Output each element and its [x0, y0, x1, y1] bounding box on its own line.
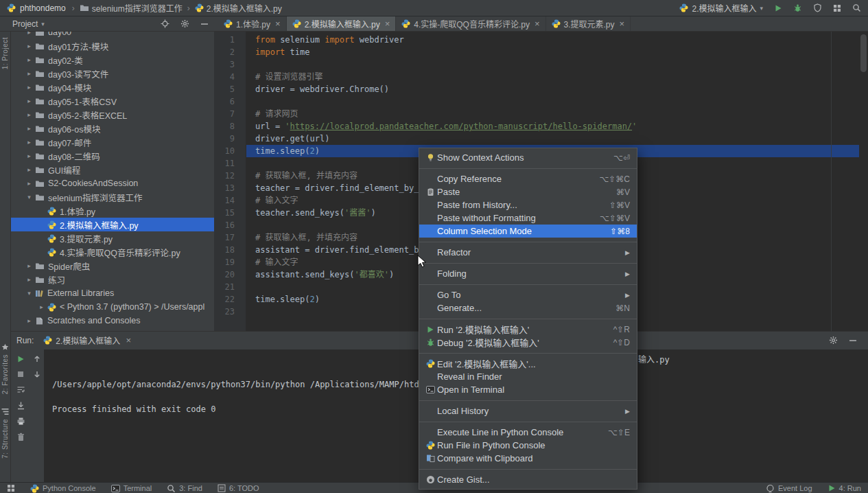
coverage-button[interactable] — [813, 3, 822, 12]
chevron-right-icon[interactable]: ▸ — [25, 56, 34, 63]
code-line[interactable]: driver.get(url) — [246, 133, 859, 145]
chevron-right-icon[interactable]: ▸ — [25, 98, 34, 104]
chevron-right-icon[interactable]: ▸ — [25, 43, 34, 49]
tab-close-icon[interactable]: × — [620, 19, 625, 28]
editor-tab[interactable]: 1.体验.py× — [218, 16, 287, 31]
gutter-line[interactable]: 13 — [214, 182, 246, 194]
tree-item[interactable]: ▸S2-CookiesAndSession — [11, 176, 214, 190]
editor-tab[interactable]: 4.实操-爬取QQ音乐精彩评论.py× — [396, 16, 546, 31]
tree-item[interactable]: ▸练习 — [11, 273, 214, 286]
gutter-line[interactable]: 22 — [214, 293, 246, 306]
gutter-line[interactable]: 12 — [214, 170, 246, 182]
menu-item[interactable]: Go To▶ — [419, 288, 637, 301]
hide-panel-button[interactable] — [200, 20, 209, 28]
tree-item[interactable]: 1.体验.py — [11, 204, 214, 218]
menu-item[interactable]: Column Selection Mode⇧⌘8 — [419, 225, 637, 238]
tree-item[interactable]: ▸Spider爬虫 — [11, 259, 214, 273]
gutter-line[interactable]: 23 — [214, 306, 246, 318]
tree-item[interactable]: ▸day00 — [11, 32, 214, 39]
editor-scrollbar[interactable] — [860, 34, 867, 72]
menu-item[interactable]: Create Gist... — [419, 473, 637, 486]
tab-close-icon[interactable]: × — [385, 19, 390, 28]
tool-windows-button[interactable] — [833, 4, 841, 12]
settings-button[interactable] — [180, 19, 189, 28]
menu-item[interactable]: Execute Line in Python Console⌥⇧E — [419, 426, 637, 439]
search-everywhere-button[interactable] — [852, 3, 861, 12]
clear-console-button[interactable] — [16, 433, 25, 442]
chevron-right-icon[interactable]: ▸ — [25, 125, 34, 132]
close-icon[interactable]: × — [126, 335, 131, 345]
stop-button[interactable] — [16, 370, 25, 378]
scroll-to-end-button[interactable] — [16, 401, 25, 410]
menu-item[interactable]: Refactor▶ — [419, 246, 637, 259]
find-toolwindow-button[interactable]: 3: Find — [167, 484, 202, 493]
code-line[interactable]: # 设置浏览器引擎 — [246, 71, 859, 83]
gutter-line[interactable]: 20 — [214, 268, 246, 281]
tree-item[interactable]: 3.提取元素.py — [11, 231, 214, 245]
locate-file-button[interactable] — [161, 19, 169, 28]
menu-item[interactable]: Copy Reference⌥⇧⌘C — [419, 172, 637, 185]
tab-close-icon[interactable]: × — [535, 19, 540, 28]
chevron-down-icon[interactable]: ▾ — [25, 290, 34, 297]
run-toolwindow-button[interactable]: 4: Run — [828, 484, 861, 492]
tool-window-switcher-button[interactable] — [7, 484, 15, 492]
debug-button[interactable] — [793, 3, 802, 12]
tree-item[interactable]: ▾selenium指挥浏览器工作 — [11, 190, 214, 204]
menu-item[interactable]: Paste⌘V — [419, 185, 637, 198]
editor-tab[interactable]: 3.提取元素.py× — [546, 16, 631, 31]
gutter-line[interactable]: 2 — [214, 46, 246, 58]
code-line[interactable]: import time — [246, 46, 859, 58]
toolwindow-stripe-button[interactable]: 7: Structure — [1, 408, 9, 459]
menu-item[interactable]: Edit '2.模拟输入框输入'... — [419, 357, 637, 370]
editor-tab[interactable]: 2.模拟输入框输入.py× — [287, 16, 397, 31]
gutter-line[interactable]: 10 — [214, 145, 246, 157]
run-config-selector[interactable]: 2.模拟输入框输入 ▾ — [679, 2, 763, 14]
gutter-line[interactable]: 18 — [214, 244, 246, 256]
chevron-right-icon[interactable]: ▸ — [25, 262, 34, 269]
chevron-right-icon[interactable]: ▸ — [25, 84, 34, 91]
menu-item[interactable]: Show Context Actions⌥⏎ — [419, 151, 637, 164]
chevron-right-icon[interactable]: ▸ — [25, 317, 34, 324]
gutter-line[interactable]: 5 — [214, 83, 246, 95]
project-dropdown[interactable]: Project — [12, 19, 38, 29]
menu-item[interactable]: Compare with Clipboard — [419, 452, 637, 465]
chevron-right-icon[interactable]: ▸ — [25, 32, 34, 36]
code-line[interactable]: driver = webdriver.Chrome() — [246, 83, 859, 95]
gutter-line[interactable]: 16 — [214, 219, 246, 231]
chevron-right-icon[interactable]: ▸ — [25, 152, 34, 159]
tree-item[interactable]: ▸day06-os模块 — [11, 122, 214, 135]
chevron-right-icon[interactable]: ▸ — [25, 166, 34, 173]
console-settings-button[interactable] — [829, 336, 838, 345]
gutter-line[interactable]: 19 — [214, 256, 246, 268]
breadcrumb-item[interactable]: 2.模拟输入框输入.py — [195, 2, 282, 14]
gutter-line[interactable]: 4 — [214, 71, 246, 83]
gutter-line[interactable]: 9 — [214, 133, 246, 145]
tree-item[interactable]: ▾External Libraries — [11, 286, 214, 300]
tree-item[interactable]: ▸day01方法-模块 — [11, 39, 214, 53]
gutter-line[interactable]: 6 — [214, 95, 246, 108]
gutter-line[interactable]: 7 — [214, 108, 246, 120]
menu-item[interactable]: Paste without Formatting⌥⇧⌘V — [419, 211, 637, 225]
chevron-down-icon[interactable]: ▾ — [25, 194, 34, 200]
code-line[interactable] — [246, 58, 859, 71]
tree-item[interactable]: ▸day04-模块 — [11, 80, 214, 94]
breadcrumb-item[interactable]: selenium指挥浏览器工作 — [80, 2, 183, 14]
chevron-right-icon[interactable]: ▸ — [25, 276, 34, 283]
run-config-tab[interactable]: 2.模拟输入框输入 × — [39, 332, 135, 349]
tree-item[interactable]: ▸day02-类 — [11, 53, 214, 67]
rerun-button[interactable] — [16, 355, 25, 363]
menu-item[interactable]: Folding▶ — [419, 267, 637, 280]
chevron-right-icon[interactable]: ▸ — [25, 139, 34, 146]
gutter-line[interactable]: 21 — [214, 281, 246, 293]
menu-item[interactable]: Generate...⌘N — [419, 301, 637, 314]
gutter-line[interactable]: 15 — [214, 207, 246, 219]
gutter-line[interactable]: 11 — [214, 157, 246, 170]
soft-wrap-button[interactable] — [16, 385, 25, 394]
hide-panel-button[interactable] — [849, 336, 857, 345]
tree-item[interactable]: ▸day03-读写文件 — [11, 67, 214, 80]
menu-item[interactable]: Open in Terminal — [419, 383, 637, 396]
menu-item[interactable]: Run File in Python Console — [419, 439, 637, 452]
code-line[interactable]: # 请求网页 — [246, 108, 859, 120]
tab-close-icon[interactable]: × — [275, 19, 281, 28]
tree-item[interactable]: ▸Scratches and Consoles — [11, 314, 214, 328]
